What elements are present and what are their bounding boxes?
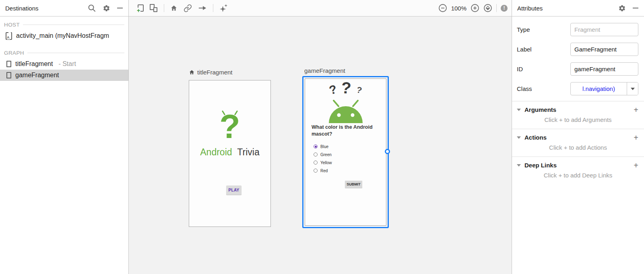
- group-destinations-icon[interactable]: [150, 4, 158, 12]
- graph-section-label: GRAPH: [4, 50, 24, 56]
- add-argument-icon[interactable]: +: [634, 107, 638, 113]
- deep-links-section-header[interactable]: Deep Links +: [512, 157, 644, 169]
- destinations-panel: Destinations HOST A activity_main (myNav…: [0, 0, 129, 274]
- toolbar-separator: [496, 4, 497, 12]
- game-fragment-label: gameFragment: [304, 67, 345, 74]
- minimize-icon[interactable]: [633, 8, 638, 8]
- zoom-in-icon[interactable]: [471, 4, 479, 12]
- attributes-panel: Attributes Type Label ID Clas: [512, 0, 644, 274]
- label-field[interactable]: [570, 43, 638, 56]
- brand-word-trivia: Trivia: [237, 147, 259, 157]
- game-fragment-preview[interactable]: ? ? ? What color is the Android: [305, 78, 386, 226]
- radio-option-blue[interactable]: Blue: [314, 144, 332, 149]
- radio-option-green[interactable]: Green: [314, 152, 332, 157]
- fragment-icon: [6, 61, 11, 67]
- question-marks-art: ? ? ?: [305, 79, 386, 97]
- magic-sparkle-icon[interactable]: [219, 4, 228, 12]
- zoom-level-label: 100%: [451, 5, 466, 12]
- radio-selected-icon[interactable]: [314, 144, 318, 148]
- class-dropdown-button[interactable]: [627, 82, 638, 95]
- toolbar-separator: [164, 4, 164, 12]
- attributes-title: Attributes: [517, 5, 543, 12]
- warning-issues-icon[interactable]: !: [501, 5, 508, 12]
- answer-options: Blue Green Yellow Red: [314, 144, 332, 173]
- activity-icon: A: [6, 32, 12, 40]
- destinations-header: Destinations: [0, 0, 128, 16]
- actions-hint: Click + to add Actions: [512, 141, 644, 155]
- graph-section-header: GRAPH: [0, 47, 128, 58]
- question-mark: ?: [341, 78, 352, 97]
- title-fragment-label: titleFragment: [197, 69, 233, 76]
- editor-toolbar: + 100%: [129, 0, 512, 16]
- radio-icon[interactable]: [314, 152, 318, 157]
- gear-icon[interactable]: [618, 4, 626, 12]
- radio-icon[interactable]: [314, 161, 318, 165]
- type-field: [570, 23, 638, 36]
- add-action-arrow-icon[interactable]: [198, 5, 207, 11]
- zoom-out-icon[interactable]: [438, 4, 447, 12]
- zoom-to-fit-icon[interactable]: [483, 4, 492, 12]
- add-action-icon[interactable]: +: [634, 135, 638, 140]
- radio-option-red[interactable]: Red: [314, 168, 332, 173]
- collapse-triangle-icon[interactable]: [517, 109, 521, 111]
- gear-icon[interactable]: [103, 4, 110, 12]
- title-fragment-preview[interactable]: ? Android Trivia PLAY: [189, 80, 271, 227]
- class-value[interactable]: l.navigation): [571, 82, 627, 95]
- radio-label: Green: [320, 152, 332, 157]
- minimize-icon[interactable]: [117, 8, 123, 8]
- radio-label: Yellow: [320, 161, 332, 165]
- graph-item-game-fragment[interactable]: gameFragment: [0, 70, 128, 81]
- brand-word-android: Android: [200, 147, 232, 157]
- section-title: Deep Links: [524, 162, 557, 169]
- quiz-question-text: What color is the Android mascot?: [312, 124, 383, 137]
- field-row-label: Label: [517, 39, 638, 59]
- graph-item-label: gameFragment: [15, 72, 59, 79]
- actions-section-header[interactable]: Actions +: [512, 129, 644, 141]
- section-title: Actions: [524, 134, 547, 141]
- field-row-type: Type: [517, 20, 638, 39]
- collapse-triangle-icon[interactable]: [517, 136, 521, 139]
- graph-item-label: titleFragment: [15, 60, 53, 68]
- field-label: Class: [517, 85, 570, 92]
- field-row-id: ID: [517, 59, 638, 79]
- radio-icon[interactable]: [314, 169, 318, 173]
- section-rule: [23, 25, 124, 25]
- action-drag-handle[interactable]: [385, 149, 390, 154]
- play-button[interactable]: PLAY: [226, 185, 242, 195]
- host-item-label: activity_main (myNavHostFragm: [16, 32, 109, 39]
- app-title: Android Trivia: [189, 147, 270, 158]
- game-fragment-selection[interactable]: ? ? ? What color is the Android: [302, 76, 389, 228]
- title-fragment-header[interactable]: titleFragment: [189, 69, 233, 76]
- attribute-sections: Arguments + Click + to add Arguments Act…: [512, 99, 644, 183]
- section-title: Arguments: [524, 106, 556, 113]
- field-label: ID: [517, 66, 570, 72]
- section-rule: [27, 53, 124, 53]
- attributes-header: Attributes: [512, 0, 644, 16]
- graph-item-title-fragment[interactable]: titleFragment - Start: [0, 58, 128, 70]
- arguments-hint: Click + to add Arguments: [512, 113, 644, 127]
- class-combo-box[interactable]: l.navigation): [570, 82, 638, 95]
- toolbar-separator: [213, 4, 213, 12]
- deep-link-icon[interactable]: [184, 4, 192, 12]
- navigation-editor: Destinations HOST A activity_main (myNav…: [0, 0, 644, 274]
- host-section-label: HOST: [4, 22, 20, 28]
- field-label: Type: [517, 26, 570, 33]
- chevron-down-icon: [631, 88, 635, 90]
- id-field[interactable]: [570, 62, 638, 76]
- radio-option-yellow[interactable]: Yellow: [314, 160, 332, 165]
- host-item-activity-main[interactable]: A activity_main (myNavHostFragm: [0, 30, 128, 41]
- collapse-triangle-icon[interactable]: [517, 164, 521, 167]
- add-deep-link-icon[interactable]: +: [634, 163, 638, 168]
- android-trivia-logo: ?: [189, 109, 270, 143]
- radio-label: Red: [320, 169, 328, 173]
- submit-button[interactable]: SUBMIT: [345, 181, 362, 188]
- search-icon[interactable]: [88, 4, 96, 12]
- navigation-canvas[interactable]: titleFragment ? Android Trivia PLAY game…: [129, 16, 512, 274]
- start-destination-suffix: - Start: [58, 60, 76, 68]
- assign-start-home-icon[interactable]: [170, 4, 178, 12]
- destinations-title: Destinations: [5, 5, 39, 12]
- game-fragment-header[interactable]: gameFragment: [304, 67, 345, 74]
- arguments-section-header[interactable]: Arguments +: [512, 101, 644, 113]
- new-destination-icon[interactable]: +: [138, 4, 144, 12]
- android-mascot-head: [326, 100, 365, 123]
